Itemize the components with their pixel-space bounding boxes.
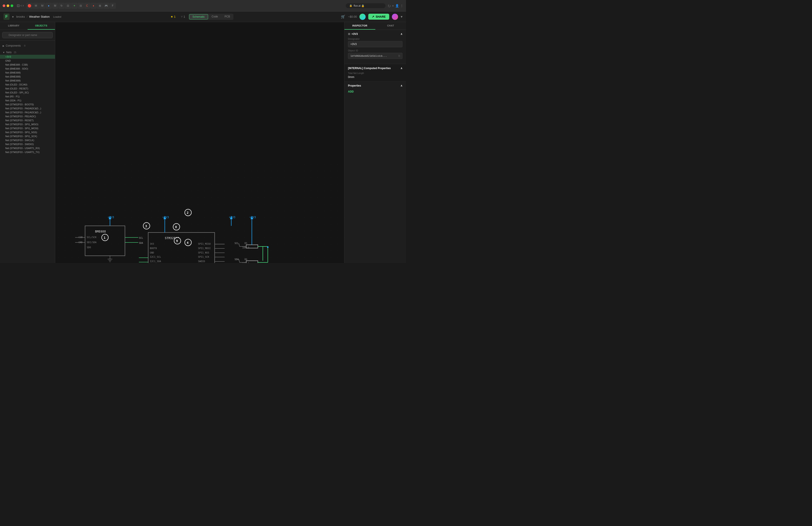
search-input[interactable] bbox=[2, 32, 53, 38]
inspector-tabs: INSPECTOR CHAT bbox=[345, 22, 406, 30]
nav-forward[interactable]: › bbox=[23, 3, 24, 8]
tab-inspector[interactable]: INSPECTOR bbox=[345, 22, 375, 30]
net-item-stm-sck[interactable]: Net (STM32F03 - SPI1_SCK) bbox=[0, 134, 55, 138]
browser-tab[interactable]: ⊞ bbox=[97, 3, 103, 9]
net-section-header[interactable]: ⊞ +3V3 ∧ bbox=[348, 32, 403, 35]
fork-icon: ⑂ bbox=[181, 15, 183, 18]
browser-tab[interactable]: M bbox=[52, 3, 58, 9]
user-menu-icon[interactable]: ▾ bbox=[401, 15, 403, 19]
browser-extension-btn[interactable]: ⭮ bbox=[388, 4, 391, 8]
project-user: brooks bbox=[16, 15, 25, 18]
net-item-r5-p1[interactable]: Net (R5 - P1) bbox=[0, 95, 55, 99]
designator-field: Designator +3V3 bbox=[348, 38, 403, 47]
net-item-stm-nss[interactable]: Net (STM32F03 - SPI1_NSS) bbox=[0, 130, 55, 134]
svg-text:GND: GND bbox=[150, 251, 154, 254]
net-item-stm-boot0[interactable]: Net (STM32F03 - BOOT0) bbox=[0, 102, 55, 106]
nav-back[interactable]: ‹ bbox=[20, 3, 21, 8]
svg-text:3: 3 bbox=[145, 224, 147, 228]
collapse-icon[interactable]: ∧ bbox=[401, 32, 403, 35]
net-item-stm-mosi[interactable]: Net (STM32F03 - SPI1_MOSI) bbox=[0, 126, 55, 130]
net-item-stm-miso[interactable]: Net (STM32F03 - SPI1_MISO) bbox=[0, 122, 55, 126]
object-id-field: Object ID 1dfd066dbeb821b5b1cdcb... ⎘ bbox=[348, 49, 403, 59]
browser-profile-btn[interactable]: 👤 bbox=[395, 4, 399, 8]
share-button[interactable]: ↗ SHARE bbox=[368, 14, 389, 20]
net-item-stm-swdio[interactable]: Net (STM32F03 - SWDIO) bbox=[0, 142, 55, 146]
net-item-sda-p1[interactable]: Net (SDA - P1) bbox=[0, 99, 55, 102]
net-item-3v3[interactable]: +3V3 bbox=[0, 55, 55, 59]
browser-tab[interactable]: ⊟ bbox=[78, 3, 84, 9]
fork-button[interactable]: ⑂ 1 bbox=[179, 14, 187, 19]
browser-tab[interactable]: ♦ bbox=[90, 3, 97, 9]
net-item-bme688-csb[interactable]: Net (BME688 - CSB) bbox=[0, 63, 55, 67]
net-item-bme688-1[interactable]: Net (BME688) bbox=[0, 71, 55, 75]
browser-tab[interactable]: M bbox=[33, 3, 39, 9]
window-icon[interactable]: ⊡ bbox=[17, 3, 20, 8]
computed-collapse-icon[interactable]: ∧ bbox=[401, 67, 403, 70]
copy-button[interactable]: ⎘ bbox=[398, 54, 400, 57]
object-id-value[interactable]: 1dfd066dbeb821b5b1cdcb... ⎘ bbox=[348, 53, 403, 59]
browser-add-btn[interactable]: + bbox=[392, 4, 394, 8]
svg-text:3V3: 3V3 bbox=[150, 242, 154, 245]
designator-value[interactable]: +3V3 bbox=[348, 41, 403, 47]
star-button[interactable]: ★ 1 bbox=[169, 14, 177, 19]
tab-chat[interactable]: CHAT bbox=[375, 22, 406, 30]
browser-tab[interactable]: M bbox=[39, 3, 45, 9]
net-item-stm-swclk[interactable]: Net (STM32F03 - SWCLK) bbox=[0, 138, 55, 142]
properties-collapse-icon[interactable]: ∧ bbox=[401, 84, 403, 87]
tab-objects[interactable]: OBJECTS bbox=[28, 22, 55, 30]
net-item-bme688-2[interactable]: Net (BME688) bbox=[0, 75, 55, 79]
object-id-label: Object ID bbox=[348, 49, 403, 52]
header-menu-icon[interactable]: ▾ bbox=[12, 15, 14, 18]
properties-section-header[interactable]: Properties ∧ bbox=[348, 84, 403, 87]
tab-pcb[interactable]: PCB bbox=[221, 14, 233, 19]
tab-schematic[interactable]: Schematic bbox=[189, 14, 208, 19]
minimize-button[interactable] bbox=[6, 4, 9, 7]
tab-code[interactable]: Code bbox=[208, 14, 221, 19]
schematic-svg[interactable]: +3V3 +3V3 +3V3 +3V3 +3V3 bbox=[55, 22, 344, 263]
net-item-stm-pa1[interactable]: Net (STM32F03 - PA1/ADC&D...) bbox=[0, 110, 55, 114]
app-header: F ▾ brooks / Weather Station Loaded ★ 1 … bbox=[0, 12, 406, 22]
canvas-area[interactable]: +3V3 +3V3 +3V3 +3V3 +3V3 bbox=[55, 22, 344, 263]
svg-text:I2C1_SCL: I2C1_SCL bbox=[150, 256, 161, 258]
nets-section-header[interactable]: ▼ Nets 25 bbox=[0, 50, 55, 55]
maximize-button[interactable] bbox=[11, 4, 13, 7]
computed-section-header[interactable]: [INTERNAL] Computed Properties ∧ bbox=[348, 67, 403, 70]
user-avatar[interactable] bbox=[360, 14, 366, 20]
net-item-stm-usart-rx[interactable]: Net (STM32F03 - USART1_RX) bbox=[0, 146, 55, 150]
net-item-stm-pb1[interactable]: Net (STM32F03 - PB1/ADC) bbox=[0, 114, 55, 118]
svg-text:4: 4 bbox=[187, 241, 188, 244]
components-section-header[interactable]: ▶ Components · 9 bbox=[0, 43, 55, 48]
fork-count: 1 bbox=[184, 15, 185, 18]
svg-text:BOOT0: BOOT0 bbox=[150, 247, 157, 250]
svg-text:SDA: SDA bbox=[234, 258, 239, 260]
browser-tab[interactable]: ↻ bbox=[58, 3, 64, 9]
browser-tab[interactable]: 🔴 bbox=[27, 3, 33, 9]
browser-tab[interactable]: ✦ bbox=[71, 3, 77, 9]
add-property-button[interactable]: ADD bbox=[348, 90, 354, 93]
net-item-oled-spisc[interactable]: Net (OLED - SPI_SC) bbox=[0, 90, 55, 95]
browser-chrome: ⊡ ‹ › 🔴 M M ● M ↻ ⊡ bbox=[0, 0, 406, 12]
browser-tab[interactable]: ● bbox=[46, 3, 52, 9]
net-item-stm-usart-tx[interactable]: Net (STM32F03 - USART1_TX) bbox=[0, 150, 55, 154]
net-item-oled-dca0[interactable]: Net (OLED - DC/A0) bbox=[0, 83, 55, 87]
net-item-bme688-3[interactable]: Net (BME688) bbox=[0, 79, 55, 83]
svg-text:2: 2 bbox=[187, 211, 188, 214]
svg-text:SPI1_NSS: SPI1_NSS bbox=[198, 251, 209, 254]
net-item-stm-pa0[interactable]: Net (STM32F03 - PA0/ADC&D...) bbox=[0, 106, 55, 110]
browser-tab[interactable]: ⊡ bbox=[65, 3, 71, 9]
cart-icon[interactable]: 🛒 bbox=[341, 15, 345, 19]
browser-tab[interactable]: F bbox=[110, 3, 116, 9]
net-item-gnd[interactable]: GND bbox=[0, 59, 55, 63]
browser-tab[interactable]: C bbox=[84, 3, 90, 9]
tab-library[interactable]: LIBRARY bbox=[0, 22, 28, 30]
svg-text:8: 8 bbox=[175, 225, 177, 229]
address-bar[interactable]: 🔒 flux.ai 🔒 bbox=[346, 3, 386, 8]
close-button[interactable] bbox=[3, 4, 5, 7]
net-item-stm-reset[interactable]: Net (STM32F03 - RESET) bbox=[0, 118, 55, 122]
browser-menu-btn[interactable]: ⋮ bbox=[400, 4, 403, 8]
svg-text:SPI1_MISO: SPI1_MISO bbox=[198, 242, 211, 245]
browser-tab[interactable]: 🎮 bbox=[103, 3, 110, 9]
user-avatar-2[interactable] bbox=[392, 14, 398, 20]
net-item-oled-reset[interactable]: Net (OLED - RESET) bbox=[0, 87, 55, 90]
net-item-bme688-sdo[interactable]: Net (BME688 - SDO) bbox=[0, 67, 55, 71]
